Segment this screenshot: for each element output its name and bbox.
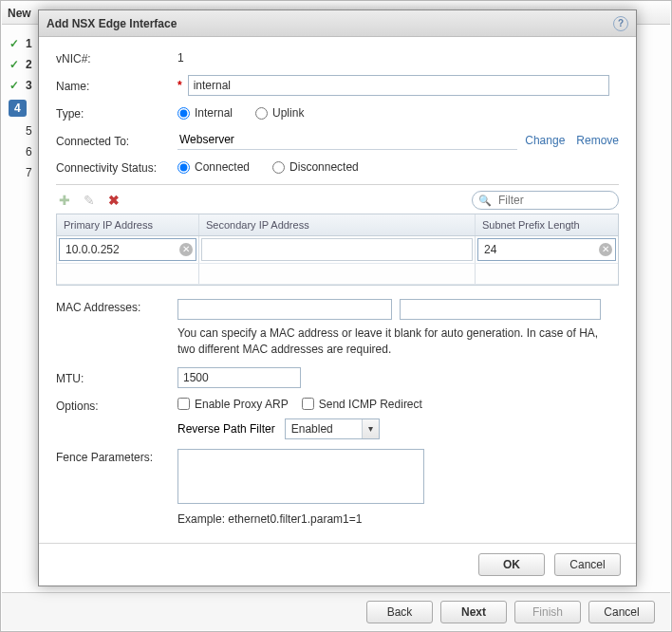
mtu-label: MTU:	[56, 370, 177, 385]
ip-toolbar: ✚ ✎ ✖ 🔍	[56, 184, 619, 210]
remove-link[interactable]: Remove	[576, 134, 619, 147]
fence-input[interactable]	[177, 449, 424, 504]
clear-icon[interactable]: ✕	[179, 243, 193, 256]
rpf-value: Enabled	[286, 422, 362, 436]
dialog-cancel-button[interactable]: Cancel	[554, 553, 621, 576]
ip-grid: Primary IP Address Secondary IP Address …	[56, 214, 619, 286]
step-number: 3	[26, 79, 32, 92]
type-uplink-radio[interactable]: Uplink	[255, 106, 304, 120]
add-icon: ✚	[56, 192, 73, 209]
next-button[interactable]: Next	[440, 601, 507, 623]
required-icon: *	[177, 79, 182, 92]
add-interface-dialog: Add NSX Edge Interface ? vNIC#: 1 Name: …	[38, 9, 637, 586]
step-number: 6	[26, 145, 32, 158]
fence-example: Example: ethernet0.filter1.param1=1	[177, 512, 424, 526]
proxy-arp-checkbox[interactable]: Enable Proxy ARP	[177, 398, 289, 411]
connected-radio[interactable]: Connected	[177, 160, 250, 174]
finish-button: Finish	[514, 601, 581, 623]
vnic-value: 1	[177, 51, 184, 65]
ip-grid-empty-row	[57, 264, 618, 285]
help-icon[interactable]: ?	[613, 16, 628, 31]
type-label: Type:	[56, 105, 177, 121]
step-number: 5	[26, 124, 32, 138]
dialog-button-bar: OK Cancel	[39, 543, 636, 586]
vnic-label: vNIC#:	[56, 50, 177, 65]
options-label: Options:	[56, 398, 177, 413]
rpf-select[interactable]: Enabled	[285, 418, 380, 439]
check-icon: ✓	[9, 58, 20, 71]
edit-icon: ✎	[81, 192, 98, 209]
clear-icon[interactable]: ✕	[599, 243, 612, 256]
col-secondary-ip[interactable]: Secondary IP Address	[199, 214, 476, 235]
filter-input[interactable]	[496, 193, 610, 208]
check-icon: ✓	[9, 79, 20, 92]
mac-hint: You can specify a MAC address or leave i…	[177, 320, 619, 358]
step-number: 2	[26, 58, 32, 71]
secondary-ip-input[interactable]	[201, 238, 473, 261]
cancel-button[interactable]: Cancel	[588, 601, 655, 623]
filter-box[interactable]: 🔍	[472, 191, 619, 210]
chevron-down-icon[interactable]	[362, 419, 379, 438]
fence-label: Fence Parameters:	[56, 449, 177, 464]
change-link[interactable]: Change	[525, 134, 565, 147]
delete-icon[interactable]: ✖	[105, 192, 122, 209]
prefix-input[interactable]	[477, 238, 616, 261]
mac-input-1[interactable]	[177, 299, 392, 320]
check-icon: ✓	[9, 37, 20, 50]
ip-grid-row[interactable]: ✕ ✕	[57, 236, 618, 264]
mtu-input[interactable]	[177, 367, 301, 388]
primary-ip-input[interactable]	[59, 238, 196, 261]
mac-input-2[interactable]	[400, 299, 601, 320]
rpf-label: Reverse Path Filter	[177, 422, 275, 436]
wizard-button-bar: Back Next Finish Cancel	[2, 592, 670, 630]
ok-button[interactable]: OK	[478, 553, 545, 576]
name-input[interactable]	[188, 75, 609, 96]
connected-to-value: Webserver	[179, 133, 234, 146]
back-button[interactable]: Back	[366, 601, 433, 623]
mac-label: MAC Addresses:	[56, 299, 177, 314]
step-number: 4	[9, 100, 27, 117]
dialog-title: Add NSX Edge Interface	[47, 17, 177, 30]
icmp-redirect-checkbox[interactable]: Send ICMP Redirect	[302, 398, 422, 411]
step-number: 7	[26, 166, 32, 179]
name-label: Name:	[56, 78, 177, 93]
step-number: 1	[26, 37, 32, 50]
search-icon: 🔍	[478, 195, 492, 207]
col-primary-ip[interactable]: Primary IP Address	[57, 214, 199, 235]
connectivity-status-label: Connectivity Status:	[56, 159, 177, 175]
disconnected-radio[interactable]: Disconnected	[272, 160, 359, 174]
connected-to-label: Connected To:	[56, 133, 177, 148]
dialog-titlebar: Add NSX Edge Interface ?	[39, 10, 636, 37]
col-prefix[interactable]: Subnet Prefix Length	[476, 214, 618, 235]
type-internal-radio[interactable]: Internal	[177, 106, 233, 120]
